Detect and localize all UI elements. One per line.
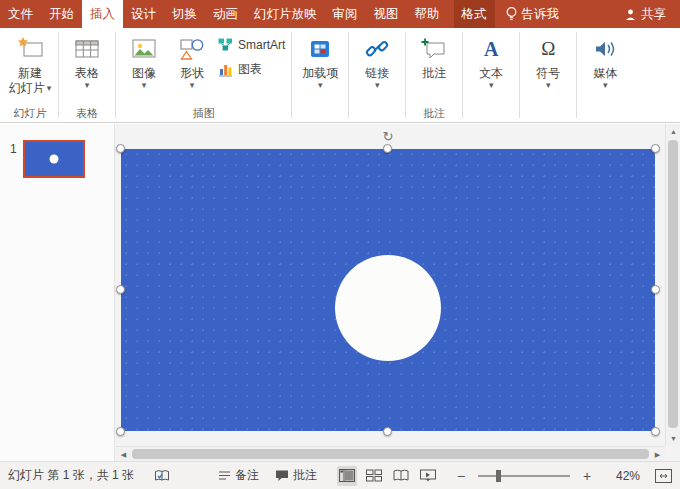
ribbon-group-slides: 新建 幻灯片▾ 幻灯片 (3, 29, 57, 122)
notes-toggle-button[interactable]: 备注 (218, 467, 259, 484)
smartart-button[interactable]: SmartArt (218, 37, 285, 52)
chevron-down-icon: ▾ (318, 81, 323, 90)
scroll-up-arrow[interactable]: ▲ (666, 124, 680, 139)
tab-format[interactable]: 格式 (454, 0, 495, 28)
chart-button[interactable]: 图表 (218, 61, 285, 78)
ribbon-group-links: 链接 ▾ (350, 29, 404, 122)
spellcheck-button[interactable] (154, 469, 170, 483)
scroll-down-arrow[interactable]: ▼ (666, 431, 680, 446)
images-button[interactable]: 图像 ▾ (120, 29, 168, 105)
tab-review[interactable]: 审阅 (325, 0, 366, 28)
selection-handle-top-left[interactable] (116, 144, 125, 153)
selection-handle-bottom-right[interactable] (651, 427, 660, 436)
group-separator (115, 32, 116, 118)
selection-handle-mid-right[interactable] (651, 285, 660, 294)
ribbon-group-comments: 批注 批注 (407, 29, 461, 122)
fit-slide-to-window-button[interactable] (655, 469, 672, 483)
tab-file[interactable]: 文件 (0, 0, 41, 28)
new-slide-button[interactable]: 新建 幻灯片▾ (6, 29, 54, 105)
ribbon-group-addins: 加载项 ▾ (293, 29, 347, 122)
notes-icon (218, 470, 231, 481)
ribbon-group-media: 媒体 ▾ (578, 29, 632, 122)
tab-home[interactable]: 开始 (41, 0, 82, 28)
tab-design[interactable]: 设计 (123, 0, 164, 28)
text-label: 文本 (479, 66, 503, 81)
selection-handle-bottom-left[interactable] (116, 427, 125, 436)
slide-thumbnail[interactable] (23, 140, 85, 178)
scroll-left-arrow[interactable]: ◀ (116, 447, 131, 462)
blue-rectangle-shape[interactable]: ↻ (121, 149, 655, 431)
media-label: 媒体 (593, 66, 617, 81)
ribbon: 新建 幻灯片▾ 幻灯片 表格 ▾ 表格 图像 (0, 28, 680, 123)
link-icon (364, 34, 390, 64)
notes-label: 备注 (235, 467, 259, 484)
ribbon-group-text: A 文本 ▾ (464, 29, 518, 122)
normal-view-button[interactable] (337, 466, 357, 486)
selection-handle-top-right[interactable] (651, 144, 660, 153)
group-separator (58, 32, 59, 118)
addins-button[interactable]: 加载项 ▾ (296, 29, 344, 105)
bar-chart-icon (218, 62, 233, 77)
chevron-down-icon: ▾ (375, 81, 380, 90)
zoom-percentage[interactable]: 42% (608, 469, 640, 483)
picture-icon (131, 34, 157, 64)
group-label-tables: 表格 (76, 105, 98, 122)
selection-handle-mid-left[interactable] (116, 285, 125, 294)
new-slide-label-line2: 幻灯片 (9, 81, 45, 96)
slide-counter: 幻灯片 第 1 张，共 1 张 (8, 467, 134, 484)
table-label: 表格 (75, 66, 99, 81)
chevron-down-icon: ▾ (546, 81, 551, 90)
shapes-button[interactable]: 形状 ▾ (168, 29, 216, 105)
tab-view[interactable]: 视图 (366, 0, 407, 28)
vertical-scrollbar-thumb[interactable] (668, 140, 678, 428)
media-button[interactable]: 媒体 ▾ (581, 29, 629, 105)
omega-icon: Ω (541, 34, 555, 64)
comments-toggle-button[interactable]: 批注 (275, 467, 317, 484)
tab-slideshow[interactable]: 幻灯片放映 (246, 0, 325, 28)
horizontal-scrollbar[interactable]: ◀ ▶ (116, 446, 665, 461)
chevron-down-icon: ▾ (603, 81, 608, 90)
ribbon-tab-bar: 文件 开始 插入 设计 切换 动画 幻灯片放映 审阅 视图 帮助 格式 告诉我 … (0, 0, 680, 28)
chevron-down-icon: ▾ (85, 81, 90, 90)
vertical-scrollbar[interactable]: ▲ ▼ (665, 124, 680, 446)
share-button[interactable]: 共享 (622, 6, 668, 23)
shapes-icon (178, 34, 206, 64)
thumbnail-circle-shape (49, 155, 58, 164)
zoom-slider[interactable] (478, 469, 570, 483)
link-label: 链接 (365, 66, 389, 81)
scroll-right-arrow[interactable]: ▶ (650, 447, 665, 462)
tab-help[interactable]: 帮助 (407, 0, 448, 28)
zoom-out-button[interactable]: − (455, 468, 467, 484)
selection-handle-top-center[interactable] (383, 144, 392, 153)
zoom-in-button[interactable]: + (581, 468, 593, 484)
slideshow-view-button[interactable] (418, 466, 438, 486)
group-label-illustrations: 插图 (193, 105, 215, 122)
group-separator (519, 32, 520, 118)
table-button[interactable]: 表格 ▾ (63, 29, 111, 105)
symbol-label: 符号 (536, 66, 560, 81)
horizontal-scrollbar-thumb[interactable] (132, 449, 649, 459)
tab-transitions[interactable]: 切换 (164, 0, 205, 28)
slide-sorter-view-button[interactable] (364, 466, 384, 486)
text-icon: A (484, 34, 498, 64)
group-separator (291, 32, 292, 118)
tell-me-button[interactable]: 告诉我 (497, 0, 568, 28)
text-button[interactable]: A 文本 ▾ (467, 29, 515, 105)
new-comment-button[interactable]: 批注 (410, 29, 458, 105)
rotation-handle[interactable]: ↻ (381, 130, 395, 144)
slide-canvas[interactable]: ↻ ▲ ▼ ◀ ▶ (116, 124, 680, 461)
table-icon (74, 34, 100, 64)
tab-insert[interactable]: 插入 (82, 0, 123, 28)
selection-handle-bottom-center[interactable] (383, 427, 392, 436)
zoom-slider-knob[interactable] (496, 470, 501, 482)
tab-animations[interactable]: 动画 (205, 0, 246, 28)
group-separator (576, 32, 577, 118)
chevron-down-icon: ▾ (142, 81, 147, 90)
comment-icon (421, 34, 447, 64)
link-button[interactable]: 链接 ▾ (353, 29, 401, 105)
reading-view-button[interactable] (391, 466, 411, 486)
white-circle-shape[interactable] (335, 255, 441, 361)
symbol-button[interactable]: Ω 符号 ▾ (524, 29, 572, 105)
chevron-down-icon: ▾ (47, 84, 52, 93)
chevron-down-icon: ▾ (489, 81, 494, 90)
